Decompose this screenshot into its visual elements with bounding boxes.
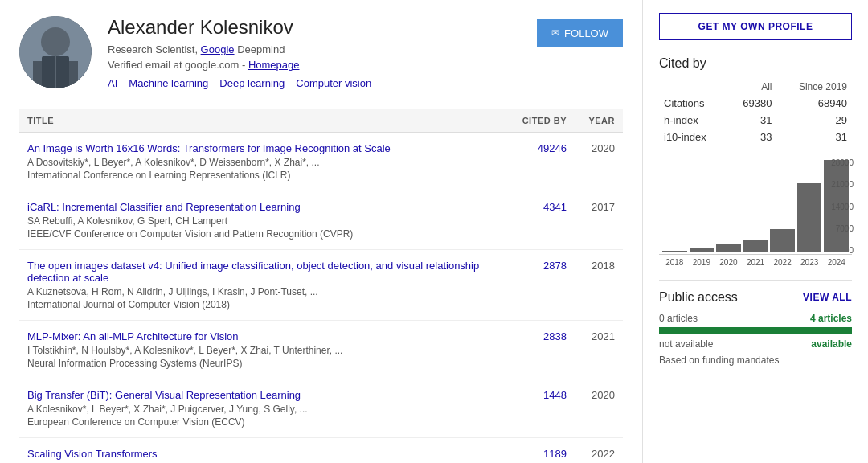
chart-x-label: 2018 bbox=[662, 258, 687, 267]
paper-venue: International Journal of Computer Vision… bbox=[27, 299, 486, 310]
chart-y-labels: 28000210001400070000 bbox=[831, 158, 854, 255]
access-bar-fill bbox=[659, 327, 852, 334]
paper-authors: SA Rebuffi, A Kolesnikov, G Sperl, CH La… bbox=[27, 215, 486, 227]
chart-y-label: 28000 bbox=[831, 158, 854, 167]
avatar-image bbox=[19, 16, 92, 88]
profile-name: Alexander Kolesnikov bbox=[108, 16, 521, 39]
paper-info: The open images dataset v4: Unified imag… bbox=[27, 260, 486, 310]
table-row: MLP-Mixer: An all-MLP Architecture for V… bbox=[19, 321, 623, 379]
stat-label: h-index bbox=[659, 112, 727, 129]
paper-info: Big Transfer (BiT): General Visual Repre… bbox=[27, 389, 486, 428]
based-on-text: Based on funding mandates bbox=[659, 354, 852, 366]
access-bar-container bbox=[659, 327, 852, 334]
paper-authors: A Kolesnikov*, L Beyer*, X Zhai*, J Puig… bbox=[27, 404, 486, 415]
papers-header: TITLE CITED BY YEAR bbox=[19, 109, 623, 133]
access-bar-track bbox=[659, 327, 852, 334]
get-profile-button[interactable]: GET MY OWN PROFILE bbox=[659, 13, 852, 40]
email-text: Verified email at google.com - bbox=[108, 59, 248, 71]
stats-row: i10-index 33 31 bbox=[659, 129, 852, 145]
articles-four-label: 4 articles bbox=[810, 313, 852, 324]
table-row: An Image is Worth 16x16 Words: Transform… bbox=[19, 133, 623, 191]
papers-section: TITLE CITED BY YEAR An Image is Worth 16… bbox=[19, 109, 623, 463]
tag-ai[interactable]: AI bbox=[108, 77, 117, 89]
chart-x-label: 2024 bbox=[824, 258, 849, 267]
stat-all: 31 bbox=[727, 112, 776, 129]
paper-cited[interactable]: 4341 bbox=[486, 201, 567, 213]
tag-cv[interactable]: Computer vision bbox=[296, 77, 371, 89]
paper-title[interactable]: The open images dataset v4: Unified imag… bbox=[27, 260, 486, 284]
profile-email: Verified email at google.com - Homepage bbox=[108, 59, 521, 71]
stat-since: 29 bbox=[777, 112, 853, 129]
paper-year: 2018 bbox=[567, 260, 615, 272]
title-text: Research Scientist, bbox=[108, 43, 201, 55]
tag-dl[interactable]: Deep learning bbox=[219, 77, 285, 89]
chart-bar bbox=[797, 183, 822, 252]
chart-x-labels: 2018201920202021202220232024 bbox=[659, 258, 852, 267]
stats-row: h-index 31 29 bbox=[659, 112, 852, 129]
homepage-link[interactable]: Homepage bbox=[248, 59, 300, 71]
chart-area: 28000210001400070000 2018201920202021202… bbox=[659, 158, 852, 267]
stats-col-name bbox=[659, 79, 727, 95]
paper-title[interactable]: Scaling Vision Transformers bbox=[27, 448, 486, 460]
cited-by-title: Cited by bbox=[659, 56, 852, 71]
paper-year: 2017 bbox=[567, 201, 615, 213]
available-label: available bbox=[811, 338, 852, 350]
paper-cited[interactable]: 49246 bbox=[486, 142, 567, 154]
chart-y-label: 14000 bbox=[831, 203, 854, 211]
paper-year: 2020 bbox=[567, 389, 615, 401]
profile-info: Alexander Kolesnikov Research Scientist,… bbox=[108, 16, 521, 89]
table-row: Big Transfer (BiT): General Visual Repre… bbox=[19, 379, 623, 438]
public-access-title: Public access bbox=[659, 290, 738, 305]
stats-tbody: Citations 69380 68940 h-index 31 29 i10-… bbox=[659, 95, 852, 145]
stat-all: 69380 bbox=[727, 95, 776, 112]
follow-btn-container: ✉ FOLLOW bbox=[537, 16, 623, 47]
stat-label: i10-index bbox=[659, 129, 727, 145]
follow-icon: ✉ bbox=[551, 27, 559, 39]
stats-col-all: All bbox=[727, 79, 776, 95]
col-cited-header: CITED BY bbox=[486, 116, 567, 125]
stat-since: 68940 bbox=[777, 95, 853, 112]
paper-cited[interactable]: 1448 bbox=[486, 389, 567, 401]
profile-title: Research Scientist, Google Deepmind bbox=[108, 43, 521, 55]
view-all-link[interactable]: VIEW ALL bbox=[803, 292, 852, 303]
stats-row: Citations 69380 68940 bbox=[659, 95, 852, 112]
paper-year: 2020 bbox=[567, 142, 615, 154]
paper-cited[interactable]: 1189 bbox=[486, 448, 567, 460]
table-row: iCaRL: Incremental Classifier and Repres… bbox=[19, 191, 623, 250]
paper-cited[interactable]: 2838 bbox=[486, 330, 567, 342]
paper-cited[interactable]: 2878 bbox=[486, 260, 567, 272]
tag-ml[interactable]: Machine learning bbox=[129, 77, 208, 89]
chart-bar bbox=[690, 248, 714, 252]
paper-authors: A Dosovitskiy*, L Beyer*, A Kolesnikov*,… bbox=[27, 157, 486, 168]
stats-col-since: Since 2019 bbox=[777, 79, 853, 95]
col-title-header: TITLE bbox=[27, 116, 486, 125]
paper-title[interactable]: MLP-Mixer: An all-MLP Architecture for V… bbox=[27, 330, 486, 342]
paper-venue: International Conference on Learning Rep… bbox=[27, 170, 486, 181]
right-panel: GET MY OWN PROFILE Cited by All Since 20… bbox=[643, 0, 868, 463]
paper-authors: I Tolstikhin*, N Houlsby*, A Kolesnikov*… bbox=[27, 345, 486, 356]
paper-title[interactable]: Big Transfer (BiT): General Visual Repre… bbox=[27, 389, 486, 401]
paper-year: 2021 bbox=[567, 330, 615, 342]
chart-x-label: 2021 bbox=[743, 258, 768, 267]
table-row: The open images dataset v4: Unified imag… bbox=[19, 250, 623, 321]
chart-y-label: 0 bbox=[831, 246, 854, 255]
paper-authors: A Kuznetsova, H Rom, N Alldrin, J Uijlin… bbox=[27, 286, 486, 297]
left-panel: Alexander Kolesnikov Research Scientist,… bbox=[0, 0, 643, 463]
paper-info: iCaRL: Incremental Classifier and Repres… bbox=[27, 201, 486, 240]
paper-venue: IEEE/CVF Conference on Computer Vision a… bbox=[27, 228, 486, 240]
avatar bbox=[19, 16, 92, 88]
public-access-header: Public access VIEW ALL bbox=[659, 290, 852, 305]
paper-venue: Neural Information Processing Systems (N… bbox=[27, 358, 486, 369]
chart-y-label: 7000 bbox=[831, 224, 854, 233]
paper-title[interactable]: iCaRL: Incremental Classifier and Repres… bbox=[27, 201, 486, 213]
bar-chart bbox=[659, 158, 852, 255]
paper-title[interactable]: An Image is Worth 16x16 Words: Transform… bbox=[27, 142, 486, 154]
svg-point-1 bbox=[41, 27, 70, 56]
google-link[interactable]: Google bbox=[201, 43, 235, 55]
stat-since: 31 bbox=[777, 129, 853, 145]
follow-button[interactable]: ✉ FOLLOW bbox=[537, 19, 623, 47]
chart-bar bbox=[716, 244, 741, 252]
paper-year: 2022 bbox=[567, 448, 615, 460]
paper-info: Scaling Vision Transformers X Zhai*, A K… bbox=[27, 448, 486, 463]
chart-x-label: 2022 bbox=[770, 258, 795, 267]
